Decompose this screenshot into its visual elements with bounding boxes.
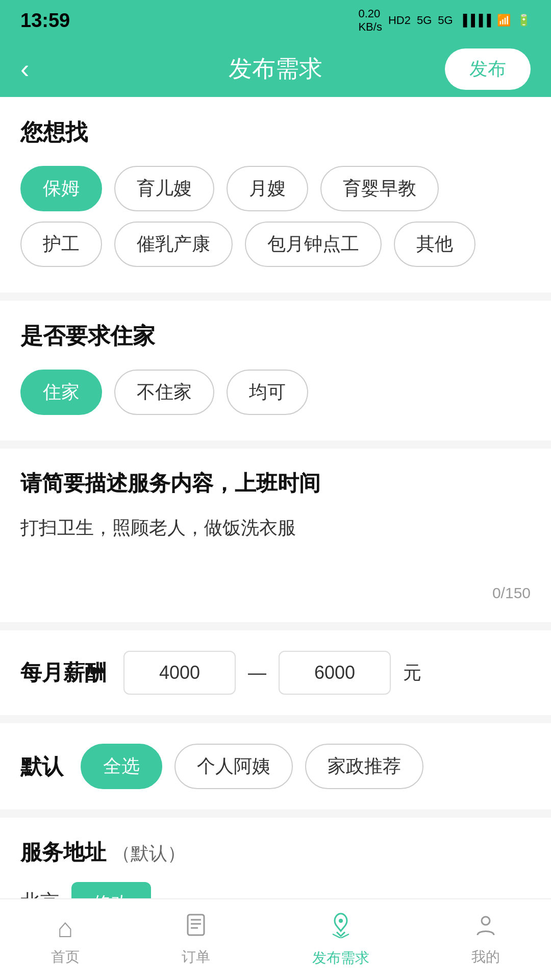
publish-button[interactable]: 发布 [445,48,531,90]
nav-orders-label: 订单 [182,947,210,967]
description-section: 请简要描述服务内容，上班时间 打扫卫生，照顾老人，做饭洗衣服 0/150 [0,449,551,630]
salary-label: 每月薪酬 [20,658,106,687]
nav-home[interactable]: ⌂ 首页 [51,913,80,967]
back-button[interactable]: ‹ [20,56,29,82]
tag-hugong[interactable]: 护工 [20,222,102,267]
salary-min-input[interactable] [123,651,236,695]
bottom-nav: ⌂ 首页 订单 发布需求 [0,898,551,980]
tag-zaojiao[interactable]: 育婴早教 [320,166,439,211]
defaults-section: 默认 全选 个人阿姨 家政推荐 [0,723,551,818]
service-type-row1: 保姆 育儿嫂 月嫂 育婴早教 [20,166,531,211]
description-title: 请简要描述服务内容，上班时间 [20,469,531,498]
salary-unit: 元 [403,660,421,685]
address-title-sub: （默认） [112,843,186,864]
tag-baoma[interactable]: 保姆 [20,166,102,211]
salary-dash: — [248,662,266,683]
description-text[interactable]: 打扫卫生，照顾老人，做饭洗衣服 [20,513,531,574]
live-in-title: 是否要求住家 [20,321,531,351]
5g-icon2: 5G [438,14,453,27]
5g-icon1: 5G [417,14,432,27]
default-agency[interactable]: 家政推荐 [305,744,423,789]
default-personal[interactable]: 个人阿姨 [174,744,293,789]
salary-section: 每月薪酬 — 元 [0,630,551,723]
svg-point-5 [482,917,490,925]
nav-publish[interactable]: 发布需求 [312,912,369,968]
home-icon: ⌂ [57,913,73,943]
svg-rect-0 [188,915,204,935]
publish-icon [328,912,354,944]
header: ‹ 发布需求 发布 [0,41,551,97]
svg-point-4 [339,919,343,923]
nav-orders[interactable]: 订单 [182,913,210,967]
live-in-options: 住家 不住家 均可 [20,370,531,415]
live-in-section: 是否要求住家 住家 不住家 均可 [0,301,551,449]
service-type-section: 您想找 保姆 育儿嫂 月嫂 育婴早教 护工 催乳产康 包月钟点工 其他 [0,97,551,301]
live-in-either[interactable]: 均可 [227,370,308,415]
salary-max-input[interactable] [279,651,391,695]
main-content: 您想找 保姆 育儿嫂 月嫂 育婴早教 护工 催乳产康 包月钟点工 其他 是否要求… [0,97,551,980]
tag-baoyue[interactable]: 包月钟点工 [245,222,382,267]
default-select-all[interactable]: 全选 [81,744,162,789]
service-type-row2: 护工 催乳产康 包月钟点工 其他 [20,222,531,267]
tag-other[interactable]: 其他 [394,222,475,267]
address-title-main: 服务地址 [20,840,106,864]
nav-mine[interactable]: 我的 [471,913,500,967]
nav-home-label: 首页 [51,947,80,967]
nav-publish-label: 发布需求 [312,948,369,968]
hd-icon: HD2 [388,14,411,27]
wifi-icon: 📶 [497,14,511,27]
service-type-title: 您想找 [20,117,531,148]
description-count: 0/150 [20,574,531,617]
page-title: 发布需求 [229,53,322,85]
live-in-no[interactable]: 不住家 [114,370,214,415]
status-bar: 13:59 0.20KB/s HD2 5G 5G ▐▐▐▐ 📶 🔋 [0,0,551,41]
tag-cuiru[interactable]: 催乳产康 [114,222,233,267]
signal-icon: ▐▐▐▐ [459,14,491,27]
tag-yuesao[interactable]: 月嫂 [227,166,308,211]
tag-yuerer[interactable]: 育儿嫂 [114,166,214,211]
defaults-label: 默认 [20,752,63,781]
live-in-yes[interactable]: 住家 [20,370,102,415]
mine-icon [473,913,498,943]
status-icons: 0.20KB/s HD2 5G 5G ▐▐▐▐ 📶 🔋 [358,7,531,34]
network-speed: 0.20KB/s [358,7,382,34]
orders-icon [184,913,208,943]
battery-icon: 🔋 [517,14,531,27]
address-title: 服务地址 （默认） [20,838,531,867]
nav-mine-label: 我的 [471,947,500,967]
status-time: 13:59 [20,10,70,32]
